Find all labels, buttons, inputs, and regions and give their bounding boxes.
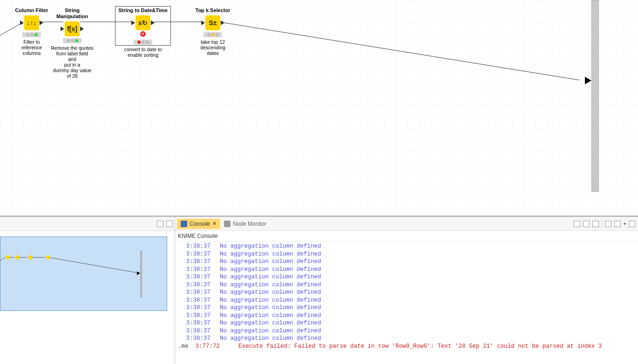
chevron-down-icon[interactable]: ▾	[624, 221, 626, 226]
node-string-manipulation[interactable]: String Manipulation f[s] Remove the quot…	[50, 7, 95, 79]
console-tab-icon	[181, 221, 187, 227]
toolbar-icon[interactable]	[592, 221, 599, 227]
node-top-k-selector[interactable]: Top k Selector S± take top 12 descending…	[188, 7, 238, 56]
port-in-icon[interactable]	[201, 20, 205, 25]
mini-node	[6, 256, 10, 259]
console-toolbar: ▾	[574, 220, 635, 228]
string-manipulation-icon: f[s]	[67, 25, 77, 33]
tab-console[interactable]: Console ✕	[177, 219, 220, 229]
close-icon[interactable]: ✕	[212, 221, 217, 227]
console-log-line: 3:38:37No aggregation column defined	[178, 273, 635, 281]
node-title: Column Filter	[15, 7, 48, 13]
tab-label: Console	[190, 221, 210, 227]
console-pane: Console ✕ Node Monitor ▾ KNIME Console 3…	[175, 217, 638, 364]
node-title: Top k Selector	[196, 7, 231, 13]
outline-pane-toolbar	[0, 217, 175, 231]
toolbar-icon[interactable]	[629, 221, 635, 227]
outline-view[interactable]	[0, 231, 175, 364]
mini-connections	[0, 237, 168, 311]
node-monitor-tab-icon	[224, 221, 231, 227]
metanode-out-bar[interactable]	[591, 0, 599, 192]
console-error-line: .me 3:77:72 Execute failed: Failed to pa…	[178, 343, 635, 351]
port-out-icon[interactable]	[221, 20, 224, 25]
string-to-datetime-icon: s↻	[138, 19, 148, 27]
console-log-line: 3:38:37No aggregation column defined	[178, 281, 635, 289]
node-title: String Manipulation	[50, 7, 95, 20]
toolbar-icon[interactable]	[614, 221, 621, 227]
console-title: KNIME Console	[175, 231, 638, 242]
console-log-line: 3:38:37No aggregation column defined	[178, 297, 635, 304]
svg-line-9	[49, 257, 140, 273]
maximize-icon[interactable]	[166, 221, 173, 227]
separator	[602, 220, 602, 228]
port-out-icon[interactable]	[151, 20, 155, 25]
console-log-line: 3:38:37No aggregation column defined	[178, 250, 635, 258]
outline-canvas[interactable]	[0, 236, 167, 311]
console-log-line: 3:38:37No aggregation column defined	[178, 243, 635, 250]
node-icon-box[interactable]: ↓↑↓	[24, 15, 39, 30]
svg-line-4	[219, 22, 579, 80]
minimize-icon[interactable]	[157, 221, 163, 227]
console-tabs: Console ✕ Node Monitor ▾	[175, 217, 638, 231]
endpoint-arrow-icon	[585, 77, 591, 84]
column-filter-icon: ↓↑↓	[27, 19, 37, 27]
mini-metanode-bar	[140, 251, 142, 297]
console-log-line: 3:38:37No aggregation column defined	[178, 304, 635, 312]
top-k-icon: S±	[209, 19, 217, 27]
outline-pane	[0, 217, 175, 364]
console-log-line: 3:38:37No aggregation column defined	[178, 335, 635, 343]
port-in-icon[interactable]	[20, 20, 24, 25]
toolbar-icon[interactable]	[605, 221, 611, 227]
console-log-line: 3:38:37No aggregation column defined	[178, 266, 635, 274]
console-log-line: 3:38:37No aggregation column defined	[178, 312, 635, 320]
port-in-icon[interactable]	[61, 27, 64, 31]
node-description: Remove the quotes from label field and p…	[50, 45, 95, 79]
mini-node	[28, 256, 32, 259]
node-string-to-datetime[interactable]: String to Date&Time s↻ ✕ convert to date…	[117, 7, 169, 58]
node-description: convert to date to enable sorting	[117, 47, 169, 58]
traffic-light	[204, 32, 222, 37]
connection-lines	[0, 0, 638, 216]
port-out-icon[interactable]	[40, 20, 43, 25]
mini-arrow-icon	[137, 271, 140, 275]
traffic-light	[63, 38, 81, 43]
svg-line-5	[0, 257, 5, 260]
tab-label: Node Monitor	[233, 221, 266, 227]
toolbar-icon[interactable]	[574, 221, 580, 227]
mini-node	[46, 256, 50, 259]
console-log-line: 3:38:37No aggregation column defined	[178, 289, 635, 297]
console-output[interactable]: 3:38:37No aggregation column defined3:38…	[175, 242, 638, 364]
port-in-icon[interactable]	[131, 20, 135, 25]
node-icon-box[interactable]: f[s]	[65, 21, 80, 36]
tab-node-monitor[interactable]: Node Monitor	[220, 219, 270, 229]
workflow-canvas[interactable]: Column Filter ↓↑↓ Filter to reference co…	[0, 0, 638, 216]
traffic-light	[22, 32, 41, 37]
node-icon-box[interactable]: S±	[205, 15, 220, 30]
console-log-line: 3:38:37No aggregation column defined	[178, 327, 635, 335]
node-column-filter[interactable]: Column Filter ↓↑↓ Filter to reference co…	[9, 7, 54, 56]
port-out-icon[interactable]	[80, 27, 84, 31]
console-log-line: 3:38:37No aggregation column defined	[178, 258, 635, 266]
toolbar-icon[interactable]	[583, 221, 590, 227]
node-description: take top 12 descending dates	[188, 39, 238, 56]
node-icon-box[interactable]: s↻ ✕	[136, 15, 150, 30]
console-log-line: 3:38:37No aggregation column defined	[178, 319, 635, 327]
error-badge-icon: ✕	[140, 31, 146, 37]
mini-node	[15, 256, 19, 259]
node-description: Filter to reference columns	[9, 39, 54, 56]
